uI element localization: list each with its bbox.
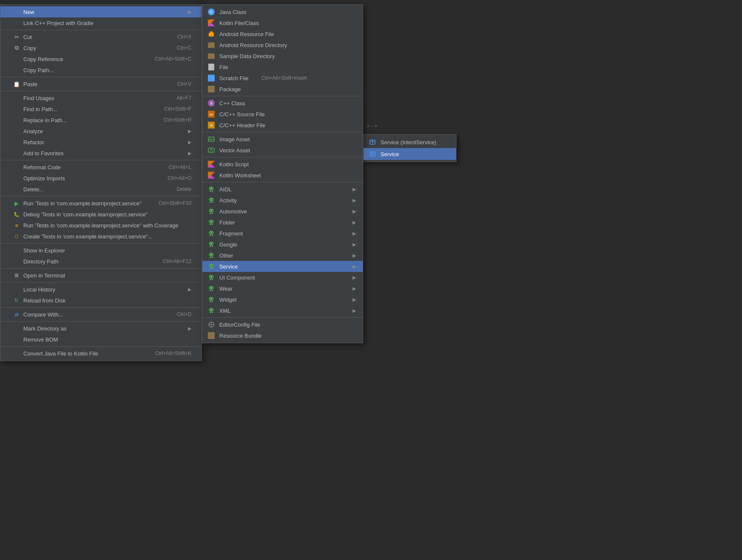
submenu-item-cpp-class[interactable]: S C++ Class [202,98,363,109]
menu-item-optimize-imports[interactable]: Optimize Imports Ctrl+Alt+O [0,173,202,184]
submenu-item-aidl-label: AIDL [219,186,232,193]
submenu-item-cpp-source[interactable]: cc C/C++ Source File [202,109,363,120]
menu-item-cut[interactable]: ✂ Cut Ctrl+X [0,31,202,42]
svg-rect-43 [210,290,211,291]
file-icon [207,64,216,70]
submenu-item-kotlin-file[interactable]: Kotlin File/Class [202,17,363,28]
submenu-item-kotlin-script[interactable]: Kotlin Script [202,159,363,170]
menu-item-dir-path[interactable]: Directory Path Ctrl+Alt+F12 [0,256,202,267]
menu-item-add-favorites-label: Add to Favorites [23,150,185,157]
submenu-item-wear[interactable]: Wear ▶ [202,283,363,294]
wear-icon [207,285,216,292]
open-terminal-icon: ⊞ [12,272,21,278]
menu-item-debug-tests[interactable]: 🐛 Debug 'Tests in 'com.example.learnproj… [0,209,202,220]
menu-item-mark-dir[interactable]: Mark Directory as ▶ [0,323,202,334]
submenu-item-android-resource-file[interactable]: Android Resource File [202,28,363,39]
menu-item-open-terminal-label: Open in Terminal [23,272,191,279]
menu-item-remove-bom-label: Remove BOM [23,336,191,343]
menu-item-add-favorites[interactable]: Add to Favorites ▶ [0,148,202,159]
svg-rect-31 [210,257,211,258]
svg-point-49 [210,310,211,311]
submenu-item-file[interactable]: File [202,62,363,73]
menu-item-run-coverage[interactable]: ⊕ Run 'Tests in 'com.example.learnprojec… [0,220,202,231]
menu-item-link-cpp[interactable]: Link C++ Project with Gradle [0,17,202,28]
separator-6 [0,243,202,244]
menu-item-analyze[interactable]: Analyze ▶ [0,126,202,137]
submenu-item-fragment[interactable]: Fragment ▶ [202,228,363,239]
menu-container: New ▶ Link C++ Project with Gradle ✂ Cut… [0,4,456,361]
svg-point-18 [212,221,213,222]
submenu-item-kotlin-worksheet[interactable]: Kotlin Worksheet [202,170,363,181]
submenu-item-android-resource-dir[interactable]: Android Resource Directory [202,39,363,50]
android-resource-file-icon [207,31,216,37]
menu-item-run-tests[interactable]: ▶ Run 'Tests in 'com.example.learnprojec… [0,198,202,209]
menu-item-find-usages[interactable]: Find Usages Alt+F7 [0,92,202,104]
paste-icon: 📋 [12,81,21,87]
svg-rect-27 [210,246,211,247]
submenu-item-editorconfig[interactable]: EditorConfig File [202,319,363,330]
svg-point-22 [212,232,213,233]
submenu-item-aidl[interactable]: AIDL ▶ [202,184,363,195]
menu-item-replace-path[interactable]: Replace in Path... Ctrl+Shift+R [0,115,202,126]
svg-rect-2 [208,137,214,141]
menu-item-remove-bom[interactable]: Remove BOM [0,334,202,345]
menu-item-local-history[interactable]: Local History ▶ [0,284,202,295]
automotive-arrow: ▶ [344,209,356,214]
widget-icon [207,296,216,303]
submenu-item-service[interactable]: Service ▶ [202,261,363,272]
mark-dir-arrow: ▶ [188,326,191,331]
menu-item-refactor[interactable]: Refactor ▶ [0,137,202,148]
menu-item-copy-label: Copy [23,45,160,51]
svg-rect-52 [212,312,213,313]
menu-item-show-explorer[interactable]: Show in Explorer [0,245,202,256]
submenu-item-activity[interactable]: Activity ▶ [202,195,363,206]
svg-point-33 [210,266,211,266]
submenu-item-google[interactable]: Google ▶ [202,239,363,250]
menu-item-delete-label: Delete... [23,186,160,193]
submenu-item-scratch-file[interactable]: Scratch File Ctrl+Alt+Shift+Insert [202,73,363,84]
menu-item-find-usages-label: Find Usages [23,95,160,101]
submenu-item-cpp-header[interactable]: H C/C++ Header File [202,120,363,131]
submenu-item-java-class[interactable]: C Java Class [202,6,363,17]
svg-point-6 [212,188,213,189]
ui-component-arrow: ▶ [344,275,356,280]
submenu-item-android-resource-dir-label: Android Resource Directory [219,42,287,48]
menu-item-find-path[interactable]: Find in Path... Ctrl+Shift+F [0,104,202,115]
submenu3-item-service-label: Service [381,151,399,157]
submenu-item-image-asset[interactable]: Image Asset [202,134,363,145]
menu-item-copy-reference[interactable]: Copy Reference Ctrl+Alt+Shift+C [0,53,202,64]
find-path-shortcut: Ctrl+Shift+F [164,106,191,112]
menu-item-compare[interactable]: ⇄ Compare With... Ctrl+D [0,309,202,320]
menu-item-delete[interactable]: Delete... Delete [0,184,202,195]
menu-item-copy-path-label: Copy Path... [23,67,191,73]
submenu3-item-intent-service[interactable]: Service (IntentService) [364,136,456,148]
local-history-arrow: ▶ [188,287,191,292]
submenu-item-other[interactable]: Other ▶ [202,250,363,261]
menu-item-reload[interactable]: ↻ Reload from Disk [0,295,202,306]
submenu-item-xml[interactable]: XML ▶ [202,305,363,316]
menu-item-copy[interactable]: ⧉ Copy Ctrl+C [0,42,202,53]
menu-item-open-terminal[interactable]: ⊞ Open in Terminal [0,270,202,281]
submenu-item-resource-bundle[interactable]: Resource Bundle [202,330,363,341]
submenu3-item-service[interactable]: Service [364,148,456,160]
svg-rect-47 [210,301,211,302]
submenu-item-xml-label: XML [219,308,231,314]
menu-item-paste[interactable]: 📋 Paste Ctrl+V [0,78,202,90]
submenu-item-ui-component[interactable]: UI Component ▶ [202,272,363,283]
menu-item-show-explorer-label: Show in Explorer [23,247,191,254]
menu-item-create-tests[interactable]: ⬡ Create 'Tests in 'com.example.learnpro… [0,231,202,242]
menu-item-replace-path-label: Replace in Path... [23,117,147,123]
submenu-item-automotive[interactable]: Automotive ▶ [202,206,363,217]
menu-item-copy-path[interactable]: Copy Path... [0,64,202,76]
submenu-item-package[interactable]: Package [202,84,363,95]
submenu-item-vector-asset[interactable]: Vector Asset [202,145,363,156]
submenu-item-sample-data-dir[interactable]: Sample Data Directory [202,50,363,62]
menu-item-new[interactable]: New ▶ [0,6,202,17]
svg-rect-11 [210,202,211,203]
menu-item-run-tests-label: Run 'Tests in 'com.example.learnproject.… [23,200,142,207]
submenu-item-folder[interactable]: Folder ▶ [202,217,363,228]
menu-item-reformat[interactable]: Reformat Code Ctrl+Alt+L [0,162,202,173]
menu-item-convert-kotlin[interactable]: Convert Java File to Kotlin File Ctrl+Al… [0,348,202,359]
submenu-item-widget[interactable]: Widget ▶ [202,294,363,305]
submenu-item-wear-label: Wear [219,286,232,292]
